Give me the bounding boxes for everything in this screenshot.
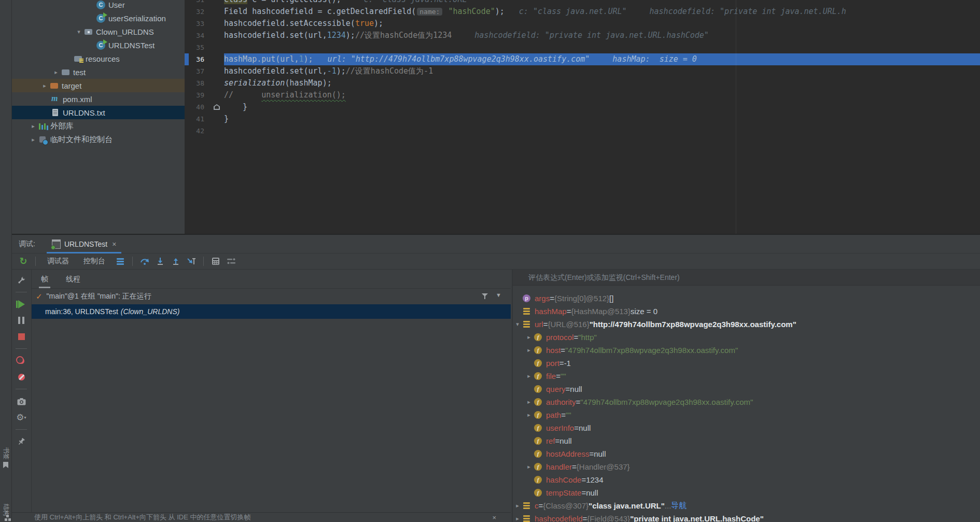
tree-item-[interactable]: ▸外部库 xyxy=(11,119,185,133)
tree-item-userserialization[interactable]: userSerialization xyxy=(11,11,185,25)
field-icon xyxy=(534,424,542,432)
step-over-icon[interactable] xyxy=(138,256,151,267)
funnel-icon[interactable] xyxy=(482,293,488,300)
code-line[interactable]: 33hashcodefield.setAccessible(true); xyxy=(185,18,980,30)
variable-row-handler[interactable]: ▸handler = {Handler@537} xyxy=(513,460,980,473)
gutter-fold-column xyxy=(211,89,224,101)
code-line[interactable]: 39// unserialization(); xyxy=(185,89,980,101)
stop-icon[interactable] xyxy=(16,331,27,342)
pin-icon[interactable] xyxy=(16,436,27,447)
project-tree-panel: UseruserSerialization▾Clown_URLDNSURLDNS… xyxy=(11,0,185,234)
tree-item-user[interactable]: User xyxy=(11,0,185,11)
chevron-right-icon[interactable]: ▸ xyxy=(524,347,534,354)
evaluate-expression-icon[interactable] xyxy=(209,256,222,267)
variable-row-query[interactable]: query = null xyxy=(513,383,980,396)
chevron-right-icon[interactable]: ▸ xyxy=(513,515,522,522)
code-line[interactable]: 40 } xyxy=(185,101,980,113)
step-into-icon[interactable] xyxy=(153,256,167,267)
close-icon[interactable]: × xyxy=(112,240,116,248)
evaluate-expression-input[interactable]: 评估表达式(Enter)或添加监视(Ctrl+Shift+Enter) xyxy=(513,270,980,286)
tool-window-stripe: 书签 结构 xyxy=(0,0,12,522)
thread-dump-camera-icon[interactable] xyxy=(16,396,27,406)
chevron-down-icon[interactable]: ▾ xyxy=(513,321,522,328)
code-line[interactable]: 31Class c = url.getClass();c: "class jav… xyxy=(185,0,980,6)
chevron-right-icon[interactable]: ▸ xyxy=(513,502,522,509)
tree-item-test[interactable]: ▸test xyxy=(11,65,185,79)
chevron-right-icon[interactable]: ▸ xyxy=(524,373,534,379)
tab-debugger[interactable]: 调试器 xyxy=(41,257,75,266)
settings-gear-icon[interactable]: ⚙▾ xyxy=(16,412,27,422)
tree-item-urldnstxt[interactable]: URLDNS.txt xyxy=(11,106,185,119)
pause-icon[interactable] xyxy=(16,315,27,326)
code-editor[interactable]: 31Class c = url.getClass();c: "class jav… xyxy=(185,0,980,234)
chevron-right-icon[interactable]: ▸ xyxy=(524,399,534,405)
tree-item-resources[interactable]: resources xyxy=(11,52,185,65)
tree-item-[interactable]: ▸临时文件和控制台 xyxy=(11,133,185,146)
variable-row-hashMap[interactable]: hashMap = {HashMap@513} size = 0 xyxy=(513,305,980,318)
mute-breakpoints-icon[interactable] xyxy=(16,372,27,382)
code-line[interactable]: 34hashcodefield.set(url,1234);//设置hashCo… xyxy=(185,30,980,41)
stripe-item-bookmarks[interactable]: 书签 xyxy=(0,449,11,468)
code-line[interactable]: 41} xyxy=(185,113,980,125)
variable-row-authority[interactable]: ▸authority = "479h74ollbm7xp88wpvage2q3h… xyxy=(513,396,980,408)
chevron-right-icon[interactable]: ▸ xyxy=(28,136,38,143)
close-icon[interactable]: × xyxy=(492,514,496,521)
variable-row-file[interactable]: ▸file = "" xyxy=(513,370,980,383)
stripe-item-structure[interactable]: 结构 xyxy=(0,505,11,521)
tab-frames[interactable]: 帧 xyxy=(41,275,48,288)
variable-row-host[interactable]: ▸host = "479h74ollbm7xp88wpvage2q3h98xx.… xyxy=(513,344,980,357)
code-line[interactable]: 37hashcodefield.set(url,-1);//设置hashCode… xyxy=(185,65,980,77)
step-out-icon[interactable] xyxy=(169,256,183,267)
variable-row-tempState[interactable]: tempState = null xyxy=(513,486,980,499)
thread-selector[interactable]: ✓ "main"@1 在组 "main": 正在运行 ▼ xyxy=(32,289,511,304)
chevron-down-icon[interactable]: ▼ xyxy=(496,292,501,298)
execution-line[interactable]: 36hashMap.put(url,1);url: "http://479h74… xyxy=(185,53,980,65)
chevron-right-icon[interactable]: ▸ xyxy=(39,82,50,89)
code-line[interactable]: 38serialization(hashMap); xyxy=(185,77,980,89)
tree-item-target[interactable]: ▸target xyxy=(11,79,185,92)
navigate-link[interactable]: 导航 xyxy=(671,501,687,511)
variable-row-hashCode[interactable]: hashCode = 1234 xyxy=(513,473,980,486)
variable-name: hashMap xyxy=(535,307,567,316)
tab-threads[interactable]: 线程 xyxy=(66,275,80,288)
stack-frame-row[interactable]: main:36, URLDNSTest (Clown_URLDNS) xyxy=(32,304,511,319)
variable-row-c[interactable]: ▸c = {Class@307} "class java.net.URL" ..… xyxy=(513,499,980,512)
variable-row-ref[interactable]: ref = null xyxy=(513,434,980,447)
variable-row-hostAddress[interactable]: hostAddress = null xyxy=(513,447,980,460)
variable-value: size = 0 xyxy=(631,307,657,316)
variable-row-userInfo[interactable]: userInfo = null xyxy=(513,421,980,434)
tab-console[interactable]: 控制台 xyxy=(77,257,111,266)
chevron-right-icon[interactable]: ▸ xyxy=(28,123,38,130)
variable-row-hashcodefield[interactable]: ▸hashcodefield = {Field@543} "private in… xyxy=(513,512,980,522)
layout-settings-icon[interactable] xyxy=(225,256,238,267)
variable-row-path[interactable]: ▸path = "" xyxy=(513,408,980,421)
variable-row-protocol[interactable]: ▸protocol = "http" xyxy=(513,331,980,344)
wrench-icon[interactable] xyxy=(16,275,27,285)
variable-row-args[interactable]: args = {String[0]@512} [] xyxy=(513,292,980,305)
tree-item-pomxml[interactable]: pom.xml xyxy=(11,92,185,106)
chevron-right-icon[interactable]: ▸ xyxy=(51,69,61,76)
chevron-down-icon[interactable]: ▾ xyxy=(74,29,84,35)
variable-name: protocol xyxy=(546,333,573,342)
chevron-right-icon[interactable]: ▸ xyxy=(524,334,534,341)
chevron-right-icon[interactable]: ▸ xyxy=(524,463,534,470)
run-to-cursor-icon[interactable] xyxy=(185,256,198,267)
variable-row-port[interactable]: port = -1 xyxy=(513,357,980,370)
code-text: } xyxy=(224,101,980,113)
tree-item-clownurldns[interactable]: ▾Clown_URLDNS xyxy=(11,25,185,38)
view-breakpoints-icon[interactable] xyxy=(16,356,27,366)
field-icon xyxy=(534,488,542,497)
variable-row-url[interactable]: ▾url = {URL@516} "http://479h74ollbm7xp8… xyxy=(513,318,980,331)
tree-item-urldnstest[interactable]: URLDNSTest xyxy=(11,38,185,52)
fold-marker-icon[interactable] xyxy=(214,104,220,110)
structure-icon xyxy=(5,518,7,521)
debug-session-tab[interactable]: URLDNSTest × xyxy=(47,235,121,253)
resume-icon[interactable] xyxy=(16,299,27,309)
chevron-right-icon[interactable]: ▸ xyxy=(524,412,534,418)
code-line[interactable]: 32Field hashcodefield = c.getDeclaredFie… xyxy=(185,6,980,18)
rerun-icon[interactable]: ↻ xyxy=(17,256,30,267)
code-line[interactable]: 42 xyxy=(185,125,980,137)
variable-ref: {Class@307} xyxy=(543,501,589,510)
show-execution-point-icon[interactable] xyxy=(114,256,127,267)
code-line[interactable]: 35 xyxy=(185,41,980,53)
